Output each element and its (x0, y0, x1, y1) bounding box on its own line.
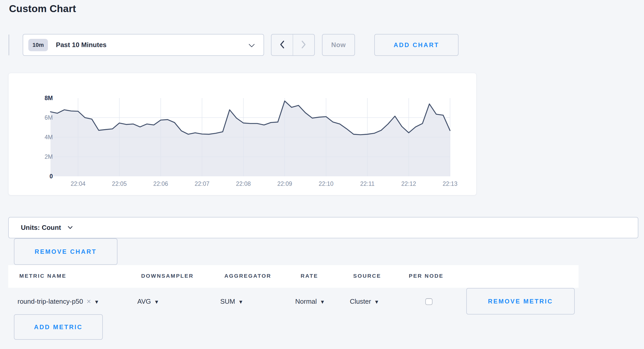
time-pager (271, 34, 315, 56)
chart-area-fill (50, 101, 450, 176)
caret-down-icon: ▼ (154, 299, 159, 305)
source-dropdown[interactable]: Cluster ▼ (350, 298, 379, 306)
chart-card: 8M6M4M2M022:0422:0522:0622:0722:0822:092… (8, 73, 477, 195)
rate-dropdown[interactable]: Normal ▼ (295, 298, 325, 306)
caret-down-icon: ▼ (374, 299, 379, 305)
add-metric-button[interactable]: ADD METRIC (14, 314, 103, 340)
source-value: Cluster (350, 298, 371, 306)
remove-chart-button[interactable]: REMOVE CHART (14, 238, 117, 265)
y-axis-tick-label: 0 (49, 173, 53, 180)
y-axis-tick-label: 4M (45, 134, 53, 141)
chevron-left-icon (279, 40, 285, 49)
aggregator-value: SUM (220, 298, 235, 306)
x-axis-tick-label: 22:12 (401, 180, 416, 187)
x-axis-tick-label: 22:07 (195, 180, 210, 187)
x-axis-tick-label: 22:09 (277, 180, 292, 187)
caret-down-icon: ▼ (238, 299, 243, 305)
downsampler-dropdown[interactable]: AVG ▼ (137, 298, 159, 306)
metric-name-value: round-trip-latency-p50 (18, 298, 83, 306)
custom-chart-page: Custom Chart 10m Past 10 Minutes Now ADD… (0, 0, 644, 349)
caret-down-icon: ▼ (94, 299, 99, 305)
column-header-rate: RATE (301, 273, 318, 279)
chevron-down-icon (249, 44, 255, 48)
rate-value: Normal (295, 298, 317, 306)
toolbar-divider (9, 34, 9, 55)
page-title: Custom Chart (9, 3, 76, 14)
per-node-checkbox[interactable] (425, 298, 433, 305)
y-axis-tick-label: 8M (45, 95, 53, 101)
time-range-dropdown[interactable]: 10m Past 10 Minutes (23, 34, 264, 56)
column-header-metric-name: METRIC NAME (19, 273, 66, 279)
x-axis-tick-label: 22:05 (112, 180, 127, 187)
metrics-table-header: METRIC NAME DOWNSAMPLER AGGREGATOR RATE … (8, 265, 579, 288)
x-axis-tick-label: 22:13 (443, 180, 457, 187)
chevron-right-icon (301, 40, 306, 49)
downsampler-value: AVG (137, 298, 151, 306)
metric-name-dropdown[interactable]: round-trip-latency-p50 × ▼ (18, 298, 99, 306)
units-dropdown-label: Units: Count (21, 224, 61, 232)
time-next-button[interactable] (293, 34, 314, 55)
aggregator-dropdown[interactable]: SUM ▼ (220, 298, 243, 306)
remove-metric-button[interactable]: REMOVE METRIC (466, 288, 575, 315)
column-header-per-node: PER NODE (409, 273, 444, 279)
time-range-badge: 10m (28, 39, 48, 51)
x-axis-tick-label: 22:11 (360, 180, 375, 187)
caret-down-icon: ▼ (320, 299, 325, 305)
column-header-aggregator: AGGREGATOR (224, 273, 271, 279)
add-chart-button[interactable]: ADD CHART (374, 34, 459, 56)
clear-metric-icon[interactable]: × (87, 298, 91, 305)
y-axis-tick-label: 2M (45, 153, 53, 160)
y-axis-tick-label: 6M (45, 114, 53, 121)
x-axis-tick-label: 22:04 (71, 180, 86, 187)
now-button[interactable]: Now (322, 34, 355, 56)
x-axis-tick-label: 22:10 (319, 180, 334, 187)
x-axis-tick-label: 22:06 (153, 180, 168, 187)
chevron-down-icon (68, 225, 73, 230)
column-header-source: SOURCE (353, 273, 381, 279)
column-header-downsampler: DOWNSAMPLER (141, 273, 194, 279)
time-range-label: Past 10 Minutes (56, 41, 107, 49)
metric-area-chart[interactable]: 8M6M4M2M022:0422:0522:0622:0722:0822:092… (9, 73, 476, 195)
time-prev-button[interactable] (272, 34, 293, 55)
x-axis-tick-label: 22:08 (236, 180, 251, 187)
units-dropdown[interactable]: Units: Count (8, 217, 638, 238)
